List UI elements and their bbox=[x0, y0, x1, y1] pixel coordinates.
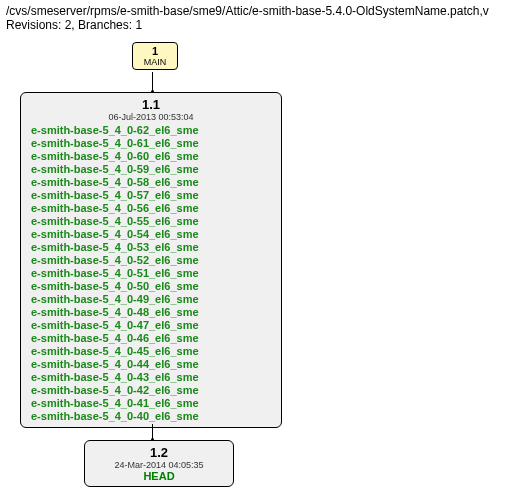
revision-tag: e-smith-base-5_4_0-46_el6_sme bbox=[31, 332, 271, 345]
revision-tag: e-smith-base-5_4_0-48_el6_sme bbox=[31, 306, 271, 319]
revision-tag: e-smith-base-5_4_0-41_el6_sme bbox=[31, 397, 271, 410]
branch-number: 1 bbox=[137, 45, 173, 57]
branch-main-box: 1 MAIN bbox=[132, 42, 178, 70]
head-label: HEAD bbox=[95, 470, 223, 482]
revision-tag: e-smith-base-5_4_0-61_el6_sme bbox=[31, 137, 271, 150]
revision-tag: e-smith-base-5_4_0-43_el6_sme bbox=[31, 371, 271, 384]
file-path: /cvs/smeserver/rpms/e-smith-base/sme9/At… bbox=[6, 4, 518, 18]
revision-tag: e-smith-base-5_4_0-51_el6_sme bbox=[31, 267, 271, 280]
revision-tag: e-smith-base-5_4_0-47_el6_sme bbox=[31, 319, 271, 332]
revision-tag: e-smith-base-5_4_0-60_el6_sme bbox=[31, 150, 271, 163]
revision-tag: e-smith-base-5_4_0-56_el6_sme bbox=[31, 202, 271, 215]
revision-graph: 1 MAIN 1.1 06-Jul-2013 00:53:04 e-smith-… bbox=[0, 36, 524, 496]
revision-node-1.2: 1.2 24-Mar-2014 04:05:35 HEAD bbox=[84, 440, 234, 487]
revision-tag: e-smith-base-5_4_0-54_el6_sme bbox=[31, 228, 271, 241]
revision-tag: e-smith-base-5_4_0-40_el6_sme bbox=[31, 410, 271, 423]
revision-tag: e-smith-base-5_4_0-44_el6_sme bbox=[31, 358, 271, 371]
revision-date: 24-Mar-2014 04:05:35 bbox=[95, 460, 223, 470]
connector-line bbox=[152, 72, 153, 92]
revision-tag: e-smith-base-5_4_0-55_el6_sme bbox=[31, 215, 271, 228]
revision-tag: e-smith-base-5_4_0-53_el6_sme bbox=[31, 241, 271, 254]
header: /cvs/smeserver/rpms/e-smith-base/sme9/At… bbox=[0, 0, 524, 36]
revision-tag: e-smith-base-5_4_0-62_el6_sme bbox=[31, 124, 271, 137]
revision-tag: e-smith-base-5_4_0-50_el6_sme bbox=[31, 280, 271, 293]
revision-tag: e-smith-base-5_4_0-58_el6_sme bbox=[31, 176, 271, 189]
branch-label: MAIN bbox=[137, 57, 173, 67]
revision-node-1.1: 1.1 06-Jul-2013 00:53:04 e-smith-base-5_… bbox=[20, 92, 282, 428]
revision-tag: e-smith-base-5_4_0-45_el6_sme bbox=[31, 345, 271, 358]
revision-tag: e-smith-base-5_4_0-42_el6_sme bbox=[31, 384, 271, 397]
revision-tag: e-smith-base-5_4_0-57_el6_sme bbox=[31, 189, 271, 202]
revision-tag: e-smith-base-5_4_0-49_el6_sme bbox=[31, 293, 271, 306]
revision-summary: Revisions: 2, Branches: 1 bbox=[6, 18, 518, 32]
revision-date: 06-Jul-2013 00:53:04 bbox=[31, 112, 271, 122]
revision-tag: e-smith-base-5_4_0-59_el6_sme bbox=[31, 163, 271, 176]
revision-version: 1.1 bbox=[31, 97, 271, 112]
revision-version: 1.2 bbox=[95, 445, 223, 460]
revision-tag-list: e-smith-base-5_4_0-62_el6_smee-smith-bas… bbox=[31, 124, 271, 423]
revision-tag: e-smith-base-5_4_0-52_el6_sme bbox=[31, 254, 271, 267]
